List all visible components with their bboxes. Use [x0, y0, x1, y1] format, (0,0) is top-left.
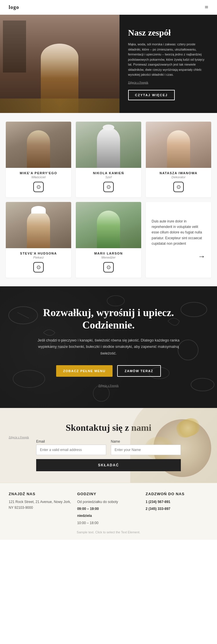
- hero-read-more-button[interactable]: CZYTAJ WIĘCEJ: [128, 90, 175, 100]
- contact-section: Skontaktuj się z nami Zdjęcie z Freepik …: [0, 408, 217, 483]
- header: logo ≡: [0, 0, 217, 15]
- footer-address-title: ZNAJDŹ NAS: [9, 492, 71, 496]
- hero-freepik-link[interactable]: Zdjęcie z Freepik: [128, 81, 209, 84]
- footer-phone-text: 1 (234) 567-891 2 (345) 333-897: [146, 499, 208, 512]
- footer-phone-2: 2 (345) 333-897: [146, 506, 208, 512]
- team-card-5: MARII LARSON Menedżer ⊙: [76, 202, 141, 278]
- team-card-2: NIKOLA KAMIEŃ Szef ⊙: [76, 122, 141, 197]
- footer-hours-text: Od poniedziałku do soboty 09:00 – 19:00 …: [77, 499, 140, 526]
- bakery-description: Jeśli chodzi o pieczywo i kanapki, śwież…: [33, 337, 184, 356]
- team-more-card: Duis aute irure dolor in reprehenderit i…: [146, 202, 211, 278]
- hero-description: Mąka, woda, sól morska i zakwas: cztery …: [128, 42, 209, 77]
- contact-form-row: Email Name: [36, 439, 181, 455]
- team-card-4: STEVE'A HUDSONA Piekarz ⊙: [6, 202, 71, 278]
- team-section: MIKE'A PERRY'EGO Właściciel ⊙ NIKOLA KAM…: [0, 113, 217, 286]
- team-member-4-name: STEVE'A HUDSONA: [20, 252, 57, 255]
- name-input[interactable]: [111, 445, 181, 455]
- footer: ZNAJDŹ NAS 121 Rock Street, 21 Avenue, N…: [0, 483, 217, 540]
- instagram-icon-4[interactable]: ⊙: [33, 262, 44, 272]
- team-member-2-role: Szef: [105, 175, 112, 179]
- submit-button[interactable]: SKŁADAĆ: [36, 459, 181, 471]
- contact-form: Email Name SKŁADAĆ: [36, 439, 181, 471]
- footer-col-phone: ZADZWOŃ DO NAS 1 (234) 567-891 2 (345) 3…: [146, 492, 208, 526]
- bakery-section: Rozwałkuj, wyrośnij i upiecz. Codziennie…: [0, 286, 217, 408]
- email-label: Email: [36, 439, 106, 443]
- hero-section: Nasz zespół Mąka, woda, sól morska i zak…: [0, 15, 217, 113]
- team-more-text: Duis aute irure dolor in reprehenderit i…: [152, 219, 205, 246]
- see-menu-button[interactable]: ZOBACZ PEŁNE MENU: [56, 365, 113, 377]
- email-input[interactable]: [36, 445, 106, 455]
- svg-point-8: [93, 385, 109, 401]
- instagram-icon-1[interactable]: ⊙: [33, 182, 44, 192]
- name-field-group: Name: [111, 439, 181, 455]
- team-member-5-name: MARII LARSON: [94, 252, 123, 255]
- footer-grid: ZNAJDŹ NAS 121 Rock Street, 21 Avenue, N…: [9, 492, 208, 526]
- team-member-3-role: Dekorator: [172, 175, 185, 179]
- svg-point-7: [191, 378, 214, 391]
- team-card-3: NATASZA IWANOWA Dekorator ⊙: [146, 122, 211, 197]
- footer-hours-title: GODZINY: [77, 492, 140, 496]
- footer-phone-1: 1 (234) 567-891: [146, 499, 208, 505]
- team-member-2-name: NIKOLA KAMIEŃ: [93, 171, 124, 175]
- email-field-group: Email: [36, 439, 106, 455]
- logo: logo: [9, 4, 19, 10]
- footer-col-address: ZNAJDŹ NAS 121 Rock Street, 21 Avenue, N…: [9, 492, 71, 526]
- hero-title: Nasz zespół: [128, 27, 209, 38]
- footer-sunday-hours: 10:00 – 18:00: [77, 520, 140, 526]
- footer-weekday-hours: 09:00 – 19:00: [77, 506, 140, 512]
- team-member-1-role: Właściciel: [32, 175, 46, 179]
- team-grid: MIKE'A PERRY'EGO Właściciel ⊙ NIKOLA KAM…: [6, 122, 211, 278]
- footer-sunday: niedziela: [77, 513, 140, 519]
- team-member-5-role: Menedżer: [102, 256, 116, 259]
- hero-content: Nasz zespół Mąka, woda, sól morska i zak…: [119, 15, 217, 113]
- team-member-1-name: MIKE'A PERRY'EGO: [20, 171, 57, 175]
- bakery-freepik-link[interactable]: Zdjęcie z Freepik: [98, 384, 119, 387]
- svg-point-5: [107, 296, 124, 306]
- team-member-4-role: Piekarz: [33, 256, 44, 259]
- instagram-icon-3[interactable]: ⊙: [173, 182, 184, 192]
- team-card-1: MIKE'A PERRY'EGO Właściciel ⊙: [6, 122, 71, 197]
- team-arrow-icon[interactable]: →: [198, 252, 205, 261]
- name-label: Name: [111, 439, 181, 443]
- team-member-3-name: NATASZA IWANOWA: [159, 171, 197, 175]
- bakery-buttons: ZOBACZ PEŁNE MENU ZAMÓW TERAZ: [17, 365, 200, 377]
- instagram-icon-2[interactable]: ⊙: [103, 182, 114, 192]
- hero-image: [0, 15, 119, 113]
- instagram-icon-5[interactable]: ⊙: [103, 262, 114, 272]
- order-now-button[interactable]: ZAMÓW TERAZ: [117, 365, 161, 377]
- footer-weekdays: Od poniedziałku do soboty: [77, 499, 140, 505]
- footer-phone-title: ZADZWOŃ DO NAS: [146, 492, 208, 496]
- footer-sample-text: Sample text. Click to select the Text El…: [9, 530, 208, 534]
- hamburger-menu-icon[interactable]: ≡: [205, 3, 208, 11]
- footer-address-text: 121 Rock Street, 21 Avenue, Nowy Jork, N…: [9, 499, 71, 511]
- footer-col-hours: GODZINY Od poniedziałku do soboty 09:00 …: [77, 492, 140, 526]
- bakery-title: Rozwałkuj, wyrośnij i upiecz. Codziennie…: [17, 307, 200, 331]
- contact-freepik-link[interactable]: Zdjęcie z Freepik: [9, 436, 29, 439]
